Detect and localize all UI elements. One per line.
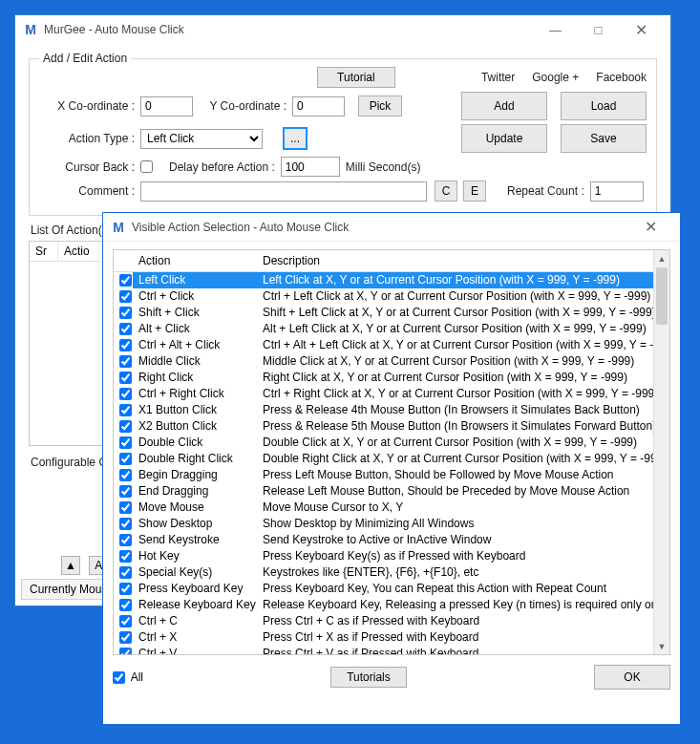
- action-row-checkbox[interactable]: [119, 485, 132, 498]
- action-row-checkbox[interactable]: [119, 372, 132, 384]
- action-name: Ctrl + Alt + Click: [133, 337, 257, 353]
- action-row[interactable]: Ctrl + Alt + ClickCtrl + Alt + Left Clic…: [114, 337, 669, 353]
- group-legend: Add / Edit Action: [39, 52, 131, 65]
- main-title: MurGee - Auto Mouse Click: [44, 23, 184, 36]
- action-table[interactable]: Action Description Left ClickLeft Click …: [113, 249, 670, 655]
- action-row[interactable]: Move MouseMove Mouse Cursor to X, Y: [114, 500, 669, 516]
- action-row-checkbox[interactable]: [119, 534, 132, 546]
- action-row[interactable]: Left ClickLeft Click at X, Y or at Curre…: [114, 272, 669, 288]
- action-row-checkbox[interactable]: [119, 631, 132, 644]
- scroll-thumb[interactable]: [656, 267, 668, 325]
- action-row-checkbox[interactable]: [119, 599, 132, 611]
- action-row[interactable]: Release Keyboard KeyRelease Keyboard Key…: [114, 597, 669, 613]
- action-row[interactable]: Double ClickDouble Click at X, Y or at C…: [114, 435, 669, 451]
- y-coord-input[interactable]: [292, 96, 345, 117]
- action-description: Show Desktop by Minimizing All Windows: [257, 516, 669, 532]
- add-button[interactable]: Add: [461, 92, 547, 120]
- action-row[interactable]: Right ClickRight Click at X, Y or at Cur…: [114, 370, 669, 386]
- update-button[interactable]: Update: [461, 124, 547, 153]
- action-row[interactable]: Ctrl + Right ClickCtrl + Right Click at …: [114, 386, 669, 402]
- action-name: Right Click: [133, 370, 257, 386]
- delay-input[interactable]: [281, 157, 340, 177]
- action-description: Left Click at X, Y or at Current Cursor …: [257, 272, 669, 288]
- action-row-checkbox[interactable]: [119, 469, 132, 481]
- action-row[interactable]: End DraggingRelease Left Mouse Button, S…: [114, 483, 669, 500]
- action-row[interactable]: Send KeystrokeSend Keystroke to Active o…: [114, 532, 669, 548]
- action-row-checkbox[interactable]: [119, 648, 132, 655]
- action-row[interactable]: Ctrl + CPress Ctrl + C as if Pressed wit…: [114, 613, 669, 629]
- save-button[interactable]: Save: [561, 124, 647, 153]
- action-row-checkbox[interactable]: [119, 388, 132, 400]
- repeat-count-input[interactable]: [590, 181, 644, 202]
- action-name: Hot Key: [133, 548, 257, 564]
- action-row[interactable]: Shift + ClickShift + Left Click at X, Y …: [114, 305, 669, 321]
- action-name: Shift + Click: [133, 305, 257, 321]
- action-row[interactable]: Hot KeyPress Keyboard Key(s) as if Press…: [114, 548, 669, 564]
- scroll-up-icon[interactable]: ▲: [654, 250, 669, 266]
- action-row[interactable]: X1 Button ClickPress & Release 4th Mouse…: [114, 402, 669, 418]
- close-button[interactable]: ✕: [620, 16, 663, 43]
- action-row[interactable]: Special Key(s)Keystrokes like {ENTER}, {…: [114, 564, 669, 581]
- minimize-button[interactable]: —: [534, 16, 577, 43]
- pick-button[interactable]: Pick: [358, 96, 402, 117]
- dialog-close-button[interactable]: ✕: [629, 214, 672, 241]
- action-row[interactable]: Ctrl + VPress Ctrl + V as if Pressed wit…: [114, 646, 669, 656]
- scroll-down-icon[interactable]: ▼: [654, 638, 669, 654]
- action-row[interactable]: Press Keyboard KeyPress Keyboard Key, Yo…: [114, 581, 669, 597]
- action-row-checkbox[interactable]: [119, 436, 132, 449]
- twitter-link[interactable]: Twitter: [481, 71, 515, 84]
- delay-label: Delay before Action :: [169, 160, 275, 174]
- action-row[interactable]: Double Right ClickDouble Right Click at …: [114, 451, 669, 467]
- action-type-select[interactable]: Left Click: [140, 129, 263, 149]
- action-row[interactable]: Middle ClickMiddle Click at X, Y or at C…: [114, 353, 669, 370]
- action-name: Release Keyboard Key: [133, 597, 257, 613]
- tutorial-button[interactable]: Tutorial: [317, 67, 395, 88]
- dialog-titlebar[interactable]: M Visible Action Selection - Auto Mouse …: [103, 213, 680, 242]
- action-row[interactable]: Alt + ClickAlt + Left Click at X, Y or a…: [114, 321, 669, 337]
- move-up-button[interactable]: ▲: [61, 556, 80, 575]
- facebook-link[interactable]: Facebook: [596, 71, 647, 84]
- action-row-checkbox[interactable]: [119, 274, 132, 287]
- action-row[interactable]: Show DesktopShow Desktop by Minimizing A…: [114, 516, 669, 532]
- vertical-scrollbar[interactable]: ▲ ▼: [653, 250, 669, 654]
- all-checkbox[interactable]: [113, 671, 125, 684]
- c-button[interactable]: C: [435, 181, 457, 202]
- action-row-checkbox[interactable]: [119, 404, 132, 416]
- x-coord-input[interactable]: [140, 96, 193, 117]
- action-row-checkbox[interactable]: [119, 307, 132, 319]
- all-checkbox-label[interactable]: All: [113, 670, 143, 684]
- action-row-checkbox[interactable]: [119, 453, 132, 465]
- action-row-checkbox[interactable]: [119, 355, 132, 368]
- main-titlebar[interactable]: M MurGee - Auto Mouse Click — □ ✕: [15, 15, 670, 44]
- action-row-checkbox[interactable]: [119, 615, 132, 627]
- comment-input[interactable]: [140, 181, 427, 202]
- action-row-checkbox[interactable]: [119, 290, 132, 303]
- action-row[interactable]: Ctrl + XPress Ctrl + X as if Pressed wit…: [114, 629, 669, 646]
- ok-button[interactable]: OK: [594, 665, 670, 690]
- action-name: Double Click: [133, 435, 257, 451]
- load-button[interactable]: Load: [561, 92, 647, 120]
- action-row[interactable]: Begin DraggingPress Left Mouse Button, S…: [114, 467, 669, 483]
- browse-action-button[interactable]: ...: [284, 128, 307, 149]
- action-row[interactable]: Ctrl + ClickCtrl + Left Click at X, Y or…: [114, 288, 669, 305]
- action-row-checkbox[interactable]: [119, 420, 132, 433]
- cursor-back-checkbox[interactable]: [140, 160, 153, 173]
- col-action-header[interactable]: Action: [133, 250, 257, 272]
- col-sr[interactable]: Sr: [30, 242, 58, 261]
- action-row-checkbox[interactable]: [119, 339, 132, 351]
- google-plus-link[interactable]: Google +: [532, 71, 579, 84]
- tutorials-button[interactable]: Tutorials: [330, 667, 407, 688]
- action-row-checkbox[interactable]: [119, 566, 132, 579]
- action-name: Ctrl + Right Click: [133, 386, 257, 402]
- action-row[interactable]: X2 Button ClickPress & Release 5th Mouse…: [114, 418, 669, 435]
- e-button[interactable]: E: [463, 181, 486, 202]
- col-description-header[interactable]: Description: [257, 250, 669, 272]
- action-row-checkbox[interactable]: [119, 501, 132, 514]
- action-row-checkbox[interactable]: [119, 518, 132, 530]
- dialog-title: Visible Action Selection - Auto Mouse Cl…: [132, 221, 349, 234]
- action-row-checkbox[interactable]: [119, 323, 132, 335]
- maximize-button[interactable]: □: [577, 16, 620, 43]
- action-description: Press Ctrl + C as if Pressed with Keyboa…: [257, 613, 669, 629]
- action-row-checkbox[interactable]: [119, 583, 132, 595]
- action-row-checkbox[interactable]: [119, 550, 132, 563]
